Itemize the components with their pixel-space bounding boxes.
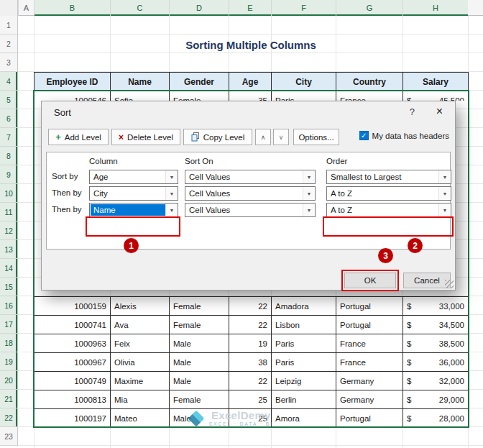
cell[interactable]: France (336, 353, 403, 372)
move-up-button[interactable]: ∧ (255, 129, 271, 145)
cell[interactable]: 1000159 (34, 297, 111, 316)
row-header-6[interactable]: 6 (0, 109, 18, 128)
salary-cell[interactable]: $32,000 (403, 372, 469, 390)
row-header-19[interactable]: 19 (0, 352, 18, 371)
column-header-D[interactable]: D (169, 0, 229, 16)
cell[interactable]: Maxime (111, 372, 170, 390)
row-header-1[interactable]: 1 (0, 16, 18, 35)
column-header-H[interactable]: H (402, 0, 468, 16)
dropdown-arrow-icon[interactable]: ▼ (165, 187, 178, 200)
options-button[interactable]: Options... (293, 129, 339, 145)
salary-cell[interactable]: $33,000 (403, 297, 469, 316)
salary-cell[interactable]: $36,000 (403, 353, 469, 372)
level1-order-select[interactable]: Smallest to Largest ▼ (326, 170, 451, 184)
level3-column-select[interactable]: Name ▼ (89, 203, 178, 217)
row-header-23[interactable]: 23 (0, 427, 18, 446)
cell[interactable]: Alexis (111, 297, 170, 316)
row-header-22[interactable]: 22 (0, 408, 18, 427)
cell[interactable]: Germany (336, 372, 403, 390)
row-header-11[interactable]: 11 (0, 203, 18, 221)
row-header-7[interactable]: 7 (0, 128, 18, 147)
dropdown-arrow-icon[interactable]: ▼ (165, 204, 178, 216)
column-header-F[interactable]: F (271, 0, 336, 16)
cell[interactable]: France (336, 91, 403, 101)
column-title[interactable]: Country (336, 73, 403, 91)
copy-level-button[interactable]: Copy Level (183, 129, 252, 145)
cell[interactable]: 22 (229, 316, 272, 334)
dropdown-arrow-icon[interactable]: ▼ (303, 170, 315, 183)
row-header-3[interactable]: 3 (0, 53, 18, 72)
move-down-button[interactable]: ∨ (273, 129, 289, 145)
cell[interactable]: 38 (229, 353, 272, 372)
cell[interactable]: 22 (229, 297, 272, 316)
dropdown-arrow-icon[interactable]: ▼ (303, 204, 315, 216)
cell[interactable]: Portugal (336, 409, 403, 428)
row-header-2[interactable]: 2 (0, 35, 18, 53)
cell[interactable]: 1000967 (34, 353, 111, 372)
cell[interactable]: Ava (111, 316, 170, 334)
cell[interactable]: 22 (229, 372, 272, 390)
cell[interactable]: Male (170, 353, 229, 372)
level2-order-select[interactable]: A to Z ▼ (326, 186, 451, 201)
cell[interactable]: Female (170, 390, 229, 409)
row-header-8[interactable]: 8 (0, 147, 18, 165)
salary-cell[interactable]: $34,500 (403, 316, 469, 334)
column-title[interactable]: City (272, 73, 336, 91)
cell[interactable]: 25 (229, 390, 272, 409)
salary-cell[interactable]: $28,000 (403, 409, 469, 428)
cell[interactable]: 19 (229, 334, 272, 353)
cell[interactable]: Portugal (336, 316, 403, 334)
cell[interactable]: 1000749 (34, 372, 111, 390)
column-header-G[interactable]: G (336, 0, 402, 16)
cell[interactable]: Mia (111, 390, 170, 409)
level1-column-select[interactable]: Age ▼ (89, 170, 178, 184)
row-header-17[interactable]: 17 (0, 315, 18, 334)
cancel-button[interactable]: Cancel (403, 273, 451, 288)
cell[interactable]: 35 (229, 91, 272, 101)
level2-column-select[interactable]: City ▼ (89, 186, 178, 201)
help-icon[interactable]: ? (410, 106, 415, 117)
cell[interactable]: 1000741 (34, 316, 111, 334)
row-header-12[interactable]: 12 (0, 221, 18, 240)
salary-cell[interactable]: $38,500 (403, 334, 469, 353)
column-header-B[interactable]: B (34, 0, 110, 16)
column-title[interactable]: Gender (170, 73, 229, 91)
cell[interactable]: France (336, 334, 403, 353)
row-header-21[interactable]: 21 (0, 390, 18, 408)
row-header-10[interactable]: 10 (0, 184, 18, 203)
delete-level-button[interactable]: × Delete Level (111, 129, 180, 145)
cell[interactable]: Female (170, 316, 229, 334)
row-header-4[interactable]: 4 (0, 72, 18, 91)
cell[interactable]: Portugal (336, 297, 403, 316)
column-header-E[interactable]: E (229, 0, 271, 16)
row-header-5[interactable]: 5 (0, 91, 18, 109)
row-header-20[interactable]: 20 (0, 371, 18, 390)
cell[interactable]: 1000546 (34, 91, 111, 101)
row-header-18[interactable]: 18 (0, 334, 18, 352)
cell[interactable]: Amadora (272, 297, 336, 316)
column-title[interactable]: Age (229, 73, 272, 91)
my-data-has-headers-checkbox[interactable]: ✓ My data has headers (359, 131, 449, 140)
row-header-15[interactable]: 15 (0, 278, 18, 296)
cell[interactable]: Paris (272, 334, 336, 353)
cell[interactable]: Feix (111, 334, 170, 353)
level2-sorton-select[interactable]: Cell Values ▼ (185, 186, 316, 201)
row-header-9[interactable]: 9 (0, 165, 18, 184)
dropdown-arrow-icon[interactable]: ▼ (303, 187, 315, 200)
cell[interactable]: Paris (272, 353, 336, 372)
row-header-13[interactable]: 13 (0, 240, 18, 259)
column-title[interactable]: Employee ID (34, 73, 111, 91)
cell[interactable]: Amora (272, 409, 336, 428)
ok-button[interactable]: OK (344, 273, 396, 288)
column-header-C[interactable]: C (110, 0, 169, 16)
salary-cell[interactable]: $29,000 (403, 390, 469, 409)
row-header-16[interactable]: 16 (0, 296, 18, 315)
add-level-button[interactable]: + Add Level (48, 129, 109, 145)
dropdown-arrow-icon[interactable]: ▼ (438, 170, 451, 183)
resize-grip[interactable] (445, 280, 454, 288)
cell[interactable]: 1000197 (34, 409, 111, 428)
column-title[interactable]: Salary (403, 73, 469, 91)
dropdown-arrow-icon[interactable]: ▼ (438, 204, 451, 216)
row-header-14[interactable]: 14 (0, 259, 18, 278)
cell[interactable]: Berlin (272, 390, 336, 409)
